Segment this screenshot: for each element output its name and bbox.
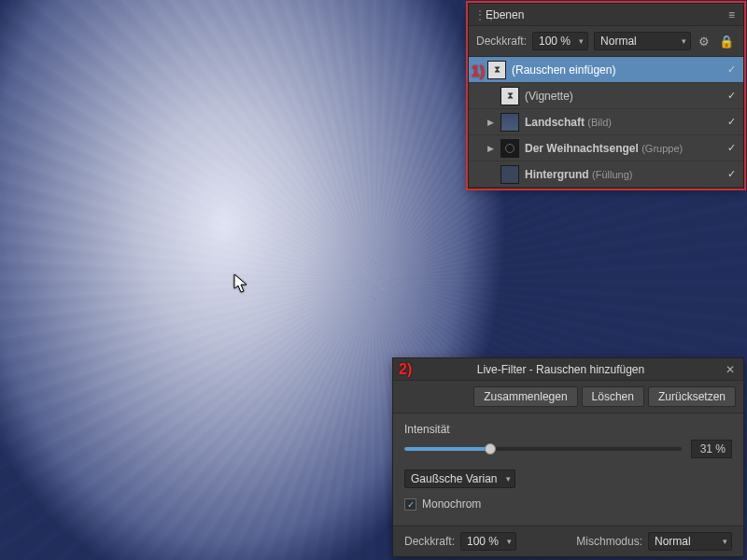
blend-mode-dropdown[interactable]: Normal [594, 32, 691, 50]
visibility-checkbox[interactable]: ✓ [725, 63, 738, 77]
slider-fill [404, 447, 490, 451]
delete-button[interactable]: Löschen [582, 386, 644, 407]
monochrome-checkbox[interactable]: ✓ [404, 498, 416, 511]
filter-opacity-label: Deckkraft: [404, 535, 455, 548]
layer-name-label: (Rauschen einfügen) [512, 63, 719, 77]
filter-opacity-dropdown[interactable]: 100 % [460, 532, 516, 551]
lock-icon[interactable]: 🔒 [717, 35, 736, 49]
layers-list: ⧗(Rauschen einfügen) ✓⧗(Vignette) ✓▶Land… [469, 57, 743, 188]
intensity-value[interactable]: 31 % [691, 440, 732, 458]
visibility-checkbox[interactable]: ✓ [725, 142, 738, 155]
layer-thumbnail: ⧗ [500, 87, 519, 105]
close-icon[interactable]: ✕ [723, 363, 738, 376]
variance-dropdown[interactable]: Gaußsche Varian [404, 469, 515, 488]
layer-thumbnail [500, 165, 519, 184]
monochrome-label: Monochrom [422, 497, 481, 511]
intensity-row: Intensität 31 % [404, 423, 732, 458]
filter-body: Intensität 31 % Gaußsche Varian ✓ Monoch… [393, 413, 743, 525]
visibility-checkbox[interactable]: ✓ [725, 116, 738, 129]
live-filter-panel: Live-Filter - Rauschen hinzufügen ✕ Zusa… [392, 357, 744, 557]
layer-name-label: Der Weihnachtsengel (Gruppe) [525, 142, 719, 155]
filter-panel-title: Live-Filter - Rauschen hinzufügen [399, 363, 723, 376]
layers-controls-row: Deckkraft: 100 % Normal ⚙ 🔒 [469, 26, 743, 57]
layer-name-label: Hintergrund (Füllung) [525, 168, 719, 181]
opacity-dropdown[interactable]: 100 % [532, 32, 588, 50]
filter-blend-dropdown[interactable]: Normal [648, 532, 732, 551]
panel-menu-icon[interactable]: ≡ [726, 8, 738, 21]
layers-panel-header[interactable]: ⋮⋮ Ebenen ≡ [469, 4, 743, 26]
expand-chevron-icon[interactable]: ▶ [486, 144, 495, 153]
slider-thumb-icon[interactable] [485, 443, 496, 455]
layers-panel: ⋮⋮ Ebenen ≡ Deckkraft: 100 % Normal ⚙ 🔒 … [468, 3, 744, 189]
drag-handle-icon[interactable]: ⋮⋮ [474, 8, 482, 21]
blend-label: Mischmodus: [576, 535, 642, 548]
filter-button-row: Zusammenlegen Löschen Zurücksetzen [393, 381, 743, 413]
reset-button[interactable]: Zurücksetzen [648, 386, 736, 407]
expand-chevron-icon[interactable]: ▶ [486, 118, 495, 127]
filter-footer: Deckkraft: 100 % Mischmodus: Normal [393, 525, 743, 556]
gear-icon[interactable]: ⚙ [697, 35, 712, 49]
layer-thumbnail: ⧗ [487, 61, 506, 79]
merge-button[interactable]: Zusammenlegen [473, 386, 577, 407]
layer-row[interactable]: ⧗(Rauschen einfügen) ✓ [469, 57, 743, 83]
layer-row[interactable]: ▶Landschaft (Bild)✓ [469, 109, 743, 135]
layer-name-label: (Vignette) [525, 90, 719, 103]
layer-row[interactable]: Hintergrund (Füllung)✓ [469, 161, 743, 188]
filter-panel-header[interactable]: Live-Filter - Rauschen hinzufügen ✕ [393, 358, 743, 381]
annotation-marker-2: 2) [399, 361, 412, 378]
visibility-checkbox[interactable]: ✓ [725, 90, 738, 103]
monochrome-row: ✓ Monochrom [404, 497, 732, 511]
intensity-slider[interactable] [404, 447, 682, 451]
layer-row[interactable]: ⧗(Vignette) ✓ [469, 83, 743, 109]
visibility-checkbox[interactable]: ✓ [725, 168, 738, 181]
annotation-marker-1: 1) [472, 63, 485, 80]
layer-thumbnail [500, 139, 519, 158]
opacity-label: Deckkraft: [476, 35, 527, 48]
layer-row[interactable]: ▶Der Weihnachtsengel (Gruppe)✓ [469, 135, 743, 161]
layer-name-label: Landschaft (Bild) [525, 116, 719, 129]
layers-panel-title: Ebenen [482, 8, 726, 21]
intensity-label: Intensität [404, 423, 732, 436]
layer-thumbnail [500, 113, 519, 132]
